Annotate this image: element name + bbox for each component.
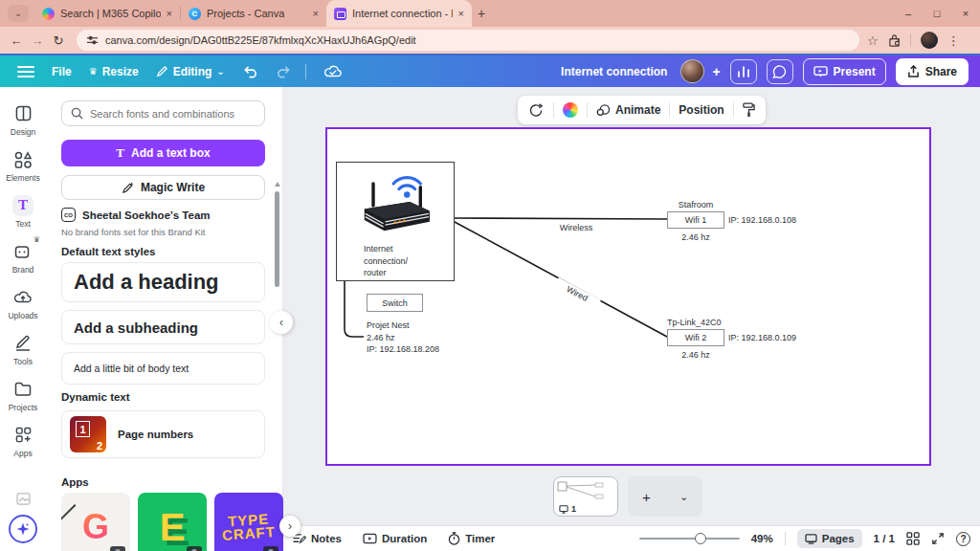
add-body-text-card[interactable]: Add a little bit of body text xyxy=(61,352,265,385)
add-text-box-button[interactable]: T Add a text box xyxy=(61,140,265,166)
extensions-icon[interactable] xyxy=(888,34,901,47)
router-label: Internet connection/ router xyxy=(364,243,408,279)
pro-crown-badge: ♛ xyxy=(263,546,278,551)
user-avatar[interactable] xyxy=(680,59,704,83)
add-collaborator-button[interactable]: + xyxy=(712,64,720,79)
resize-button[interactable]: ♛ Resize xyxy=(89,65,139,78)
fullscreen-icon[interactable] xyxy=(931,532,945,545)
zoom-slider[interactable] xyxy=(639,538,740,540)
timer-button[interactable]: Timer xyxy=(448,532,495,545)
magic-write-button[interactable]: Magic Write xyxy=(61,175,265,200)
browser-tab-copilot[interactable]: Search | M365 Copilot × xyxy=(34,0,180,27)
sidebar-item-tools[interactable]: Tools xyxy=(0,326,46,372)
slide-page[interactable]: Internet connection/ router Wireless Wir… xyxy=(325,127,931,466)
zoom-slider-knob[interactable] xyxy=(695,533,706,544)
animate-button[interactable]: Animate xyxy=(596,103,660,117)
browser-profile-avatar[interactable] xyxy=(921,32,938,49)
browser-tab-projects[interactable]: C Projects - Canva × xyxy=(181,0,326,27)
pages-view-button[interactable]: Pages xyxy=(797,529,862,548)
app-tile-typecraft[interactable]: TYPE CRAFT ♛ xyxy=(214,493,283,551)
help-button[interactable]: ? xyxy=(956,532,970,546)
page-thumbnail[interactable]: 1 xyxy=(553,476,618,517)
close-tab-icon[interactable]: × xyxy=(313,8,319,19)
copilot-icon xyxy=(42,8,55,20)
notes-button[interactable]: Notes xyxy=(293,533,342,544)
redo-button[interactable] xyxy=(276,65,292,78)
duration-button[interactable]: Duration xyxy=(363,533,427,544)
wifi1-node-box[interactable]: Wifi 1 xyxy=(667,211,724,229)
minimize-button[interactable]: – xyxy=(894,0,923,27)
present-button[interactable]: Present xyxy=(803,58,886,85)
file-menu-button[interactable]: File xyxy=(52,65,72,78)
router-node-box[interactable]: Internet connection/ router xyxy=(336,162,455,281)
wireless-line-label[interactable]: Wireless xyxy=(547,222,605,234)
search-icon xyxy=(71,107,83,120)
nest-node-label[interactable]: Projet Nest 2.46 hz IP: 192.168.18.208 xyxy=(367,320,439,356)
close-tab-icon[interactable]: × xyxy=(167,8,172,19)
wifi2-node-box[interactable]: Wifi 2 xyxy=(667,329,724,346)
canva-assistant-button[interactable] xyxy=(9,515,37,543)
position-button[interactable]: Position xyxy=(679,103,724,117)
present-screen-icon xyxy=(813,65,828,77)
editing-mode-dropdown[interactable]: Editing ⌄ xyxy=(156,65,225,78)
timer-icon xyxy=(448,532,460,545)
new-tab-button[interactable]: + xyxy=(478,6,485,21)
wifi1-name: Stafroom xyxy=(667,199,724,211)
sidebar-item-apps[interactable]: Apps xyxy=(0,418,46,464)
sidebar-item-brand[interactable]: ♛ Brand xyxy=(0,234,46,280)
color-wheel-button[interactable] xyxy=(563,102,578,118)
browser-menu-icon[interactable]: ⋮ xyxy=(947,33,960,48)
site-info-icon[interactable] xyxy=(86,34,99,47)
undo-button[interactable] xyxy=(242,65,258,78)
sidebar-item-design[interactable]: Design xyxy=(0,97,46,143)
close-window-button[interactable]: × xyxy=(951,0,980,27)
canvas-context-toolbar: Animate Position xyxy=(518,96,766,124)
zoom-percentage: 49% xyxy=(751,533,773,544)
bookmark-star-icon[interactable]: ☆ xyxy=(867,33,879,48)
pro-crown-badge: ♛ xyxy=(187,546,202,551)
forward-button[interactable]: → xyxy=(27,33,48,48)
default-styles-label: Default text styles xyxy=(61,246,155,257)
regenerate-icon[interactable] xyxy=(528,103,545,118)
add-subheading-card[interactable]: Add a subheading xyxy=(61,310,265,344)
document-title[interactable]: Internet connection xyxy=(561,65,667,78)
tools-icon xyxy=(12,333,33,354)
browser-tab-active[interactable]: Internet connection - Presentat × xyxy=(326,0,472,27)
sidebar-item-projects[interactable]: Projects xyxy=(0,372,46,418)
add-heading-card[interactable]: Add a heading xyxy=(61,262,265,302)
panel-collapse-button[interactable]: ‹ xyxy=(270,311,293,334)
sidebar-item-text[interactable]: T Text xyxy=(0,188,46,234)
switch-node-box[interactable]: Switch xyxy=(367,294,423,312)
canvas-workspace[interactable]: Animate Position xyxy=(283,87,980,525)
app-tile-glyph[interactable]: G ♛ xyxy=(61,493,130,551)
divider xyxy=(733,102,734,118)
address-bar[interactable]: canva.com/design/DAG0ttB225E/87kfmlxqXcX… xyxy=(77,30,859,51)
back-button[interactable]: ← xyxy=(6,33,27,48)
collapse-pages-button[interactable]: ⌄ xyxy=(665,491,702,503)
page-indicator: 1 / 1 xyxy=(874,533,895,544)
grid-view-icon[interactable] xyxy=(906,532,920,545)
share-button[interactable]: Share xyxy=(896,58,969,85)
design-icon xyxy=(12,103,33,124)
brand-team-row[interactable]: CO Sheetal Soekhoe's Team xyxy=(61,208,211,222)
reload-button[interactable]: ↻ xyxy=(48,33,69,48)
close-tab-icon[interactable]: × xyxy=(458,8,464,19)
page-numbers-icon: 1 2 xyxy=(70,416,106,452)
paint-roller-icon[interactable] xyxy=(743,102,755,118)
tab-search-icon[interactable]: ⌄ xyxy=(8,5,29,22)
maximize-button[interactable]: □ xyxy=(923,0,951,27)
page-numbers-card[interactable]: 1 2 Page numbers xyxy=(61,410,265,458)
main-menu-button[interactable] xyxy=(17,65,34,78)
insights-button[interactable] xyxy=(730,59,757,84)
add-page-button[interactable]: + xyxy=(628,489,665,505)
search-input[interactable] xyxy=(90,108,253,120)
cloud-save-status-icon[interactable] xyxy=(323,64,343,79)
sidebar-item-uploads[interactable]: Uploads xyxy=(0,280,46,326)
scrollbar-up-arrow[interactable] xyxy=(275,182,280,187)
app-tile-e[interactable]: E ♛ xyxy=(138,493,207,551)
font-search-box[interactable] xyxy=(61,100,265,126)
comments-button[interactable] xyxy=(767,59,793,84)
apps-scroll-right-button[interactable]: › xyxy=(279,516,301,537)
panel-scrollbar[interactable] xyxy=(275,191,279,287)
sidebar-item-elements[interactable]: Elements xyxy=(0,143,46,188)
